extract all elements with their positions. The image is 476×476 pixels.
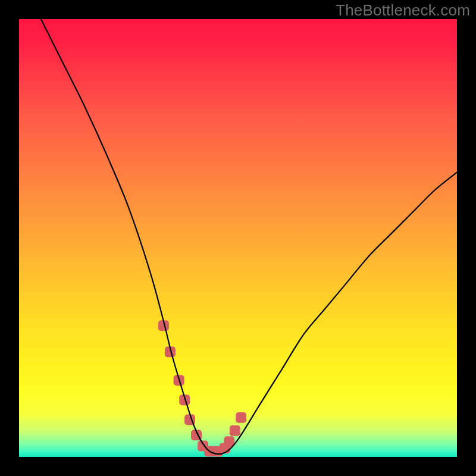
highlight-marker [236,412,246,423]
watermark-text: TheBottleneck.com [336,1,470,20]
highlight-marker [230,425,240,436]
plot-area [19,19,457,457]
highlight-markers [158,320,246,456]
chart-container: TheBottleneck.com [0,0,476,476]
curve-layer [19,19,457,457]
bottleneck-curve [41,19,457,454]
